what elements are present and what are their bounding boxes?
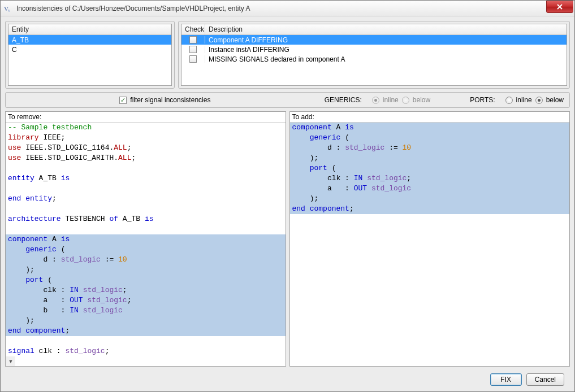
filter-label: filter signal inconsistencies [130, 96, 210, 104]
ports-inline-label: inline [516, 96, 532, 104]
code-line: end component; [6, 326, 286, 336]
generics-radio-group: inline below [372, 96, 430, 104]
app-icon: Vv [4, 4, 13, 13]
code-line: component A is [290, 123, 570, 133]
diff-row: To remove: -- Sample testbenchlibrary IE… [5, 111, 570, 367]
check-item-checkbox-cell [181, 46, 205, 53]
entity-header-cell[interactable]: Entity [8, 24, 171, 34]
code-line: port ( [6, 275, 286, 285]
entity-list[interactable]: Entity A_TBC [8, 24, 172, 86]
checkbox-icon[interactable] [189, 55, 197, 63]
ports-below-label: below [546, 96, 564, 104]
code-line: architecture TESTBENCH of A_TB is [6, 214, 286, 224]
check-header-cell[interactable]: Check [181, 24, 205, 34]
scroll-up-icon[interactable]: ▲ [6, 366, 15, 367]
check-panel: Check Description Component A DIFFERINGI… [178, 21, 570, 89]
generics-below-label: below [413, 96, 430, 104]
code-line: clk : IN std_logic; [6, 285, 286, 295]
entity-list-header: Entity [8, 24, 171, 35]
code-line: end entity; [6, 194, 286, 204]
entity-item-label: C [8, 46, 171, 54]
code-line [6, 224, 286, 234]
check-item[interactable]: Instance instA DIFFERING [181, 45, 567, 54]
ports-inline-radio[interactable] [505, 97, 513, 104]
code-line: -- Sample testbench [6, 123, 286, 133]
to-add-code[interactable]: component A is generic ( d : std_logic :… [290, 123, 570, 366]
description-header-cell[interactable]: Description [205, 24, 567, 34]
ports-label: PORTS: [470, 96, 495, 104]
scroll-down-icon[interactable]: ▼ [6, 356, 15, 366]
code-line: use IEEE.STD_LOGIC_1164.ALL; [6, 143, 286, 153]
check-list[interactable]: Check Description Component A DIFFERINGI… [181, 24, 567, 86]
code-line: a : OUT std_logic [290, 184, 570, 194]
code-line: clk : IN std_logic; [290, 173, 570, 184]
code-line: d : std_logic := 10 [290, 143, 570, 153]
check-list-header: Check Description [181, 24, 567, 35]
entity-item[interactable]: A_TB [8, 35, 171, 45]
code-line: end component; [290, 204, 570, 214]
code-line: library IEEE; [6, 133, 286, 143]
generics-label: GENERICS: [325, 96, 362, 104]
check-item-checkbox-cell [181, 55, 205, 63]
svg-text:v: v [8, 8, 10, 13]
close-button[interactable] [546, 1, 573, 13]
entity-item-label: A_TB [8, 36, 171, 44]
top-lists-row: Entity A_TBC Check Description Component… [5, 21, 570, 89]
code-line: generic ( [6, 245, 286, 255]
code-line [6, 204, 286, 214]
code-line: signal clk : std_logic; [6, 346, 286, 356]
code-line: use IEEE.STD_LOGIC_ARITH.ALL; [6, 153, 286, 163]
code-line [6, 336, 286, 346]
to-remove-header: To remove: [6, 112, 286, 123]
checkbox-icon [119, 97, 127, 104]
check-item[interactable]: MISSING SIGNALS declared in component A [181, 54, 567, 64]
fix-button[interactable]: FIX [490, 373, 522, 386]
code-line: a : OUT std_logic; [6, 295, 286, 306]
check-item-description: Instance instA DIFFERING [205, 46, 567, 54]
check-item[interactable]: Component A DIFFERING [181, 35, 567, 45]
filter-signal-checkbox[interactable]: filter signal inconsistencies [119, 96, 210, 104]
code-line: ); [6, 265, 286, 275]
code-line [6, 163, 286, 173]
code-line: ); [290, 194, 570, 204]
generics-below-radio[interactable] [402, 97, 409, 104]
entity-panel: Entity A_TBC [5, 21, 175, 89]
generics-inline-label: inline [383, 96, 399, 104]
code-line: b : IN std_logic [6, 306, 286, 316]
check-item-description: MISSING SIGNALS declared in component A [205, 55, 567, 63]
code-line [6, 184, 286, 194]
code-line: ); [6, 316, 286, 326]
code-line: ); [290, 153, 570, 163]
check-item-checkbox-cell [181, 36, 205, 43]
options-toolbar: filter signal inconsistencies GENERICS: … [5, 92, 570, 108]
window-title: Inconsistencies of C:/Users/Honzee/Docum… [16, 5, 546, 12]
ports-radio-group: inline below [505, 96, 564, 104]
code-line: port ( [290, 163, 570, 173]
code-line: d : std_logic := 10 [6, 255, 286, 265]
cancel-button[interactable]: Cancel [526, 373, 564, 386]
checkbox-icon[interactable] [189, 36, 197, 43]
generics-inline-radio[interactable] [372, 97, 379, 104]
check-item-description: Component A DIFFERING [205, 36, 567, 44]
entity-item[interactable]: C [8, 45, 171, 54]
to-add-header: To add: [290, 112, 570, 123]
ports-below-radio[interactable] [535, 97, 543, 104]
button-row: FIX Cancel [5, 370, 570, 387]
to-add-pane: To add: component A is generic ( d : std… [289, 111, 570, 367]
to-remove-code[interactable]: -- Sample testbenchlibrary IEEE;use IEEE… [6, 123, 286, 366]
dialog-window: Vv Inconsistencies of C:/Users/Honzee/Do… [0, 0, 575, 392]
title-bar[interactable]: Vv Inconsistencies of C:/Users/Honzee/Do… [1, 1, 574, 16]
code-line: generic ( [290, 133, 570, 143]
to-remove-pane: To remove: -- Sample testbenchlibrary IE… [5, 111, 286, 367]
dialog-body: Entity A_TBC Check Description Component… [1, 16, 574, 391]
code-line: component A is [6, 234, 286, 245]
checkbox-icon[interactable] [189, 46, 197, 53]
code-line: entity A_TB is [6, 173, 286, 184]
